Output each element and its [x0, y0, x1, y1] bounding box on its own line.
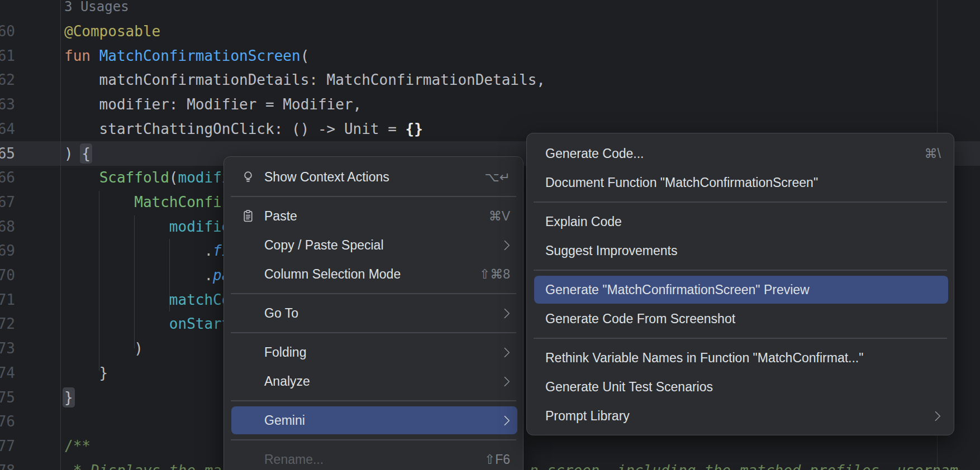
line-number[interactable]: 72 [0, 311, 15, 336]
line-number[interactable]: 69 [0, 238, 15, 263]
lightbulb-icon [240, 170, 256, 184]
line-number[interactable]: 74 [0, 361, 15, 385]
code-token: . [64, 267, 213, 284]
context-menu-item-column-selection-mode[interactable]: Column Selection Mode⇧⌘8 [224, 260, 523, 289]
menu-item-label: Generate "MatchConfirmationScreen" Previ… [545, 282, 810, 298]
code-line[interactable]: } [64, 385, 73, 410]
menu-separator [527, 197, 954, 207]
code-token: @Composable [64, 23, 160, 40]
line-number[interactable]: 71 [0, 287, 15, 312]
line-number[interactable]: 76 [0, 409, 15, 434]
code-token: {} [405, 121, 422, 137]
menu-item-label: Column Selection Mode [264, 267, 401, 282]
gemini-submenu-item-generate-code[interactable]: Generate Code...⌘\ [527, 139, 954, 168]
code-line[interactable]: ) [64, 336, 143, 361]
line-number[interactable]: 73 [0, 336, 15, 361]
context-menu-item-gemini[interactable]: Gemini [224, 406, 523, 435]
gemini-submenu-item-generate-code-from-screenshot[interactable]: Generate Code From Screenshot [527, 304, 954, 333]
menu-item-label: Show Context Actions [264, 170, 389, 185]
code-comment-fragment: n screen, including the matched profiles… [530, 458, 958, 470]
code-token: fun [64, 47, 99, 64]
menu-separator [224, 289, 523, 299]
menu-item-label: Generate Code... [545, 146, 644, 161]
menu-item-label: Generate Unit Test Scenarios [545, 380, 713, 395]
menu-separator [527, 333, 954, 343]
submenu-arrow-icon [499, 240, 510, 250]
code-token: * Displays the ma [64, 462, 222, 470]
code-token: ) [64, 340, 143, 357]
menu-item-label: Suggest Improvements [545, 243, 678, 258]
menu-item-label: Rethink Variable Names in Function "Matc… [545, 351, 863, 366]
code-line[interactable]: matchConfirmationDetails: MatchConfirmat… [64, 68, 545, 92]
code-line[interactable]: modifier: Modifier = Modifier, [64, 92, 361, 117]
context-menu-item-go-to[interactable]: Go To [224, 299, 523, 328]
usages-inlay-hint[interactable]: 3 Usages [64, 0, 129, 18]
menu-item-label: Gemini [264, 413, 305, 428]
shortcut-hint: ⌘V [489, 209, 510, 224]
line-number[interactable]: 62 [0, 68, 15, 92]
code-line[interactable]: } [64, 361, 108, 385]
gemini-submenu-item-suggest-improvements[interactable]: Suggest Improvements [527, 236, 954, 265]
code-line[interactable]: ) { [64, 141, 91, 166]
code-token: MatchConfirmationScreen [99, 47, 301, 64]
context-menu-item-analyze[interactable]: Analyze [224, 367, 523, 396]
code-token: startChattingOnClick: () -> Unit = [64, 121, 405, 137]
line-number[interactable]: 60 [0, 19, 15, 44]
line-number[interactable]: 67 [0, 190, 15, 214]
clipboard-icon [240, 209, 256, 223]
code-token [64, 169, 99, 186]
code-token: /** [64, 438, 91, 454]
line-number[interactable]: 63 [0, 92, 15, 117]
menu-separator [224, 328, 523, 338]
gemini-submenu-item-document-function-matchconfirmationscreen[interactable]: Document Function "MatchConfirmationScre… [527, 168, 954, 197]
line-number[interactable]: 68 [0, 214, 15, 239]
gemini-submenu-item-rethink-variable-names-in-function-matchconfirmat[interactable]: Rethink Variable Names in Function "Matc… [527, 343, 954, 372]
context-menu-item-copy-paste-special[interactable]: Copy / Paste Special [224, 231, 523, 260]
gemini-submenu-item-generate-unit-test-scenarios[interactable]: Generate Unit Test Scenarios [527, 372, 954, 401]
gutter-border [60, 0, 61, 470]
code-token [64, 218, 169, 235]
line-number[interactable]: 77 [0, 434, 15, 458]
context-menu-item-rename[interactable]: Rename...⇧F6 [224, 445, 523, 470]
code-token: } [64, 365, 108, 381]
line-number[interactable]: 65 [0, 141, 15, 166]
code-line[interactable]: startChattingOnClick: () -> Unit = {} [64, 117, 423, 141]
code-token: Scaffold [99, 169, 169, 186]
line-number[interactable]: 61 [0, 44, 15, 68]
code-token: modifier: Modifier = Modifier, [64, 96, 361, 113]
gemini-submenu: Generate Code...⌘\Document Function "Mat… [526, 133, 954, 435]
gemini-submenu-item-generate-matchconfirmationscreen-preview[interactable]: Generate "MatchConfirmationScreen" Previ… [527, 275, 954, 304]
submenu-arrow-icon [930, 411, 940, 421]
menu-item-label: Analyze [264, 374, 310, 389]
code-token [64, 291, 169, 308]
gemini-submenu-item-explain-code[interactable]: Explain Code [527, 207, 954, 236]
menu-item-label: Rename... [264, 452, 324, 467]
menu-item-label: Copy / Paste Special [264, 238, 384, 253]
code-token: } [64, 389, 73, 406]
code-line[interactable]: @Composable [64, 19, 160, 44]
code-line[interactable]: fun MatchConfirmationScreen( [64, 44, 309, 68]
shortcut-hint: ⌘\ [925, 146, 941, 161]
line-number[interactable]: 75 [0, 385, 15, 410]
code-line[interactable]: /** [64, 434, 91, 458]
menu-item-label: Folding [264, 345, 306, 360]
gemini-submenu-item-prompt-library[interactable]: Prompt Library [527, 401, 954, 430]
menu-separator [224, 435, 523, 445]
code-line[interactable]: * Displays the ma [64, 458, 222, 470]
submenu-arrow-icon [499, 308, 510, 318]
submenu-arrow-icon [499, 376, 510, 386]
context-menu-item-paste[interactable]: Paste⌘V [224, 202, 523, 231]
line-number[interactable]: 64 [0, 117, 15, 141]
context-menu-item-folding[interactable]: Folding [224, 338, 523, 367]
ide-editor-screen: 3 Usages 6061626364656667686970717273747… [0, 0, 980, 470]
menu-separator [527, 265, 954, 275]
code-token [64, 315, 169, 332]
line-number[interactable]: 70 [0, 263, 15, 287]
code-token: . [64, 242, 213, 259]
line-number[interactable]: 66 [0, 165, 15, 190]
code-token [64, 194, 134, 210]
shortcut-hint: ⇧⌘8 [479, 267, 510, 282]
code-token: { [82, 145, 91, 162]
line-number[interactable]: 78 [0, 458, 15, 470]
context-menu-item-show-context-actions[interactable]: Show Context Actions⌥↵ [224, 162, 523, 191]
